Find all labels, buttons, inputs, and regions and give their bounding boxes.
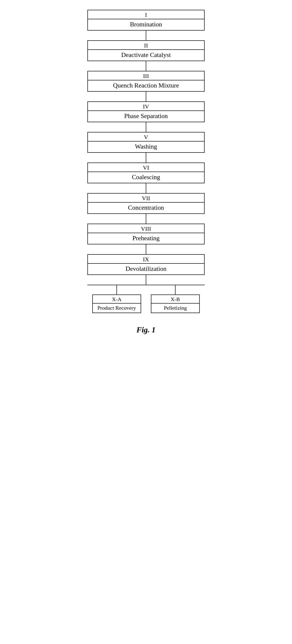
- split-horizontal-row: X-A Product Recovery X-B Pelletizing: [87, 285, 205, 313]
- step-box-9: IX Devolatilization: [87, 254, 205, 275]
- step-box-7: VII Concentration: [87, 193, 205, 214]
- connector-1-2: [146, 30, 146, 40]
- step-9-roman: IX: [88, 255, 204, 264]
- step-6-label: Coalescing: [88, 172, 204, 183]
- step-xb-roman: X-B: [151, 295, 199, 304]
- step-6: VI Coalescing: [60, 162, 232, 183]
- connector-3-4: [146, 92, 146, 102]
- step-xa-label: Product Recovery: [93, 304, 141, 312]
- split-down-right-connector: [175, 285, 176, 294]
- step-4-roman: IV: [88, 102, 204, 111]
- connector-2-3: [146, 61, 146, 71]
- step-5: V Washing: [60, 132, 232, 153]
- step-7-roman: VII: [88, 194, 204, 202]
- step-8-roman: VIII: [88, 224, 204, 233]
- step-box-xa: X-A Product Recovery: [92, 294, 141, 313]
- split-down-left-connector: [116, 285, 117, 294]
- step-3-roman: III: [88, 71, 204, 80]
- step-3-label: Quench Reaction Mixture: [88, 80, 204, 91]
- step-box-3: III Quench Reaction Mixture: [87, 71, 205, 92]
- step-2: II Deactivate Catalyst: [60, 40, 232, 61]
- step-box-8: VIII Preheating: [87, 224, 205, 244]
- step-1-roman: I: [88, 10, 204, 19]
- step-4: IV Phase Separation: [60, 102, 232, 122]
- step-3: III Quench Reaction Mixture: [60, 71, 232, 92]
- step-1-label: Bromination: [88, 19, 204, 30]
- step-4-label: Phase Separation: [88, 111, 204, 122]
- split-left-branch: X-A Product Recovery: [87, 285, 146, 313]
- step-box-4: IV Phase Separation: [87, 102, 205, 122]
- connector-7-8: [146, 214, 146, 224]
- step-7-label: Concentration: [88, 202, 204, 213]
- step-9-label: Devolatilization: [88, 264, 204, 274]
- step-2-label: Deactivate Catalyst: [88, 50, 204, 60]
- step-box-1: I Bromination: [87, 10, 205, 30]
- step-1: I Bromination: [60, 10, 232, 30]
- step-2-roman: II: [88, 41, 204, 50]
- step-xa-roman: X-A: [93, 295, 141, 304]
- step-xb-label: Pelletizing: [151, 304, 199, 312]
- step-box-xb: X-B Pelletizing: [151, 294, 200, 313]
- step-5-label: Washing: [88, 142, 204, 152]
- connector-5-6: [146, 153, 146, 162]
- flow-diagram: I Bromination II Deactivate Catalyst III…: [60, 10, 232, 334]
- step-box-6: VI Coalescing: [87, 162, 205, 183]
- split-right-branch: X-B Pelletizing: [146, 285, 205, 313]
- step-8: VIII Preheating: [60, 224, 232, 244]
- connector-6-7: [146, 183, 146, 193]
- step-box-5: V Washing: [87, 132, 205, 153]
- step-8-label: Preheating: [88, 233, 204, 244]
- connector-8-9: [146, 244, 146, 254]
- split-vertical-top: [146, 275, 146, 285]
- split-connector: X-A Product Recovery X-B Pelletizing: [60, 275, 232, 313]
- split-horizontal-line: [87, 285, 205, 285]
- step-9: IX Devolatilization: [60, 254, 232, 275]
- step-5-roman: V: [88, 132, 204, 142]
- figure-caption: Fig. 1: [136, 325, 156, 334]
- step-6-roman: VI: [88, 163, 204, 172]
- connector-4-5: [146, 122, 146, 132]
- step-box-2: II Deactivate Catalyst: [87, 40, 205, 61]
- step-7: VII Concentration: [60, 193, 232, 214]
